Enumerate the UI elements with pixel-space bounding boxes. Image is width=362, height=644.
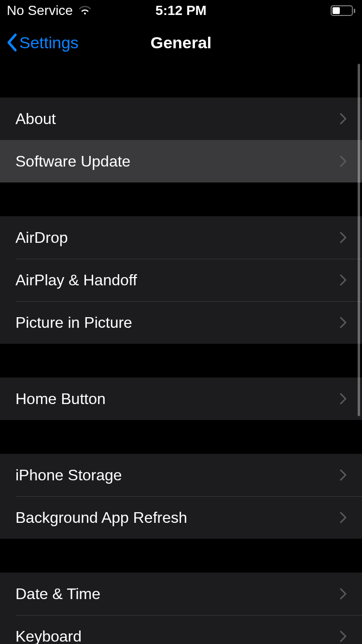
chevron-left-icon: [6, 33, 17, 52]
section: AboutSoftware Update: [0, 98, 362, 182]
battery-icon: [331, 5, 355, 16]
status-right: [331, 5, 355, 16]
time-label: 5:12 PM: [155, 3, 207, 18]
page-title: General: [151, 33, 212, 52]
row-label: Picture in Picture: [15, 314, 340, 332]
chevron-right-icon: [340, 469, 347, 481]
chevron-right-icon: [340, 317, 347, 328]
row-keyboard[interactable]: Keyboard: [0, 615, 362, 644]
chevron-right-icon: [340, 232, 347, 243]
row-picture-in-picture[interactable]: Picture in Picture: [0, 301, 362, 344]
row-label: About: [15, 110, 340, 128]
row-background-app-refresh[interactable]: Background App Refresh: [0, 496, 362, 539]
section: Date & TimeKeyboard: [0, 573, 362, 644]
section: Home Button: [0, 378, 362, 420]
scroll-indicator[interactable]: [358, 64, 360, 416]
carrier-label: No Service: [7, 3, 73, 18]
row-iphone-storage[interactable]: iPhone Storage: [0, 454, 362, 496]
status-bar: No Service 5:12 PM: [0, 0, 362, 21]
row-label: AirDrop: [15, 229, 340, 247]
row-label: Home Button: [15, 390, 340, 408]
row-home-button[interactable]: Home Button: [0, 378, 362, 420]
row-label: Background App Refresh: [15, 509, 340, 527]
wifi-icon: [78, 5, 92, 16]
chevron-right-icon: [340, 155, 347, 167]
row-airdrop[interactable]: AirDrop: [0, 216, 362, 259]
row-date-time[interactable]: Date & Time: [0, 573, 362, 615]
chevron-right-icon: [340, 274, 347, 286]
row-label: iPhone Storage: [15, 466, 340, 484]
chevron-right-icon: [340, 630, 347, 642]
row-software-update[interactable]: Software Update: [0, 140, 362, 182]
chevron-right-icon: [340, 588, 347, 600]
row-label: Keyboard: [15, 628, 340, 644]
row-label: AirPlay & Handoff: [15, 271, 340, 289]
back-button[interactable]: Settings: [6, 33, 79, 52]
row-airplay-handoff[interactable]: AirPlay & Handoff: [0, 259, 362, 301]
row-label: Software Update: [15, 153, 340, 170]
row-about[interactable]: About: [0, 98, 362, 140]
row-label: Date & Time: [15, 585, 340, 603]
nav-bar: Settings General: [0, 21, 362, 64]
content: AboutSoftware UpdateAirDropAirPlay & Han…: [0, 64, 362, 644]
status-left: No Service: [7, 3, 92, 18]
section: AirDropAirPlay & HandoffPicture in Pictu…: [0, 216, 362, 344]
chevron-right-icon: [340, 512, 347, 523]
chevron-right-icon: [340, 113, 347, 125]
back-label: Settings: [19, 33, 79, 52]
chevron-right-icon: [340, 393, 347, 405]
section: iPhone StorageBackground App Refresh: [0, 454, 362, 539]
